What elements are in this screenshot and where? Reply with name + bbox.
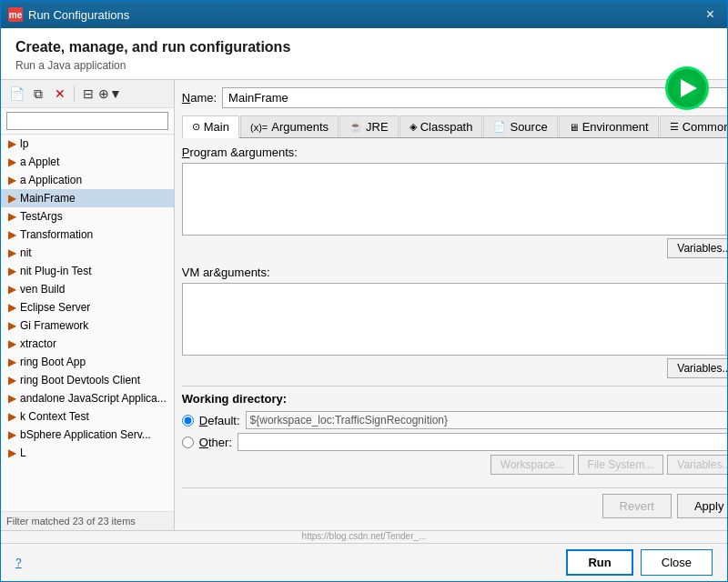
default-radio-label: Default: (199, 414, 240, 427)
list-item[interactable]: ▶lp (1, 135, 174, 153)
scroll-up-arrow: ▲ (726, 166, 727, 176)
config-type-icon: ▶ (8, 447, 16, 459)
tab-main[interactable]: ⊙Main (182, 115, 239, 138)
radio-group: Default: Other: (182, 411, 727, 451)
collapse-button[interactable]: ⊟ (78, 84, 98, 104)
list-item[interactable]: ▶andalone JavaScript Applica... (1, 389, 174, 407)
apply-button[interactable]: Apply (677, 494, 727, 518)
config-type-icon: ▶ (8, 156, 16, 168)
toolbar: 📄 ⧉ ✕ ⊟ ⊕▼ (1, 80, 174, 108)
list-item[interactable]: ▶Gi Framework (1, 316, 174, 335)
config-type-icon: ▶ (8, 228, 16, 241)
config-type-icon: ▶ (8, 192, 16, 205)
config-type-icon: ▶ (8, 137, 16, 150)
default-dir-input[interactable] (246, 411, 727, 429)
new-config-button[interactable]: 📄 (6, 84, 26, 104)
bottom-actions: Revert Apply (182, 487, 727, 518)
header-subtitle: Run a Java application (15, 59, 713, 72)
filter-button[interactable]: ⊕▼ (100, 84, 120, 104)
list-item[interactable]: ▶k Context Test (1, 407, 174, 426)
tab-source[interactable]: 📄Source (483, 115, 557, 137)
default-radio[interactable] (182, 415, 194, 426)
list-item[interactable]: ▶MainFrame (1, 189, 174, 207)
vm-args-textarea[interactable]: ▲ ▼ (182, 283, 727, 356)
list-item[interactable]: ▶ring Boot App (1, 353, 174, 371)
tab-common[interactable]: ☰Common (660, 115, 727, 137)
config-type-icon: ▶ (8, 392, 16, 405)
search-input[interactable] (6, 112, 168, 130)
right-panel: Name: ⊙Main(x)=Arguments☕JRE◈Classpath📄S… (175, 80, 727, 530)
run-button[interactable] (665, 66, 709, 110)
revert-button[interactable]: Revert (602, 494, 672, 518)
program-args-label: Program &arguments: (182, 146, 727, 159)
filesystem-button[interactable]: File System... (578, 455, 664, 475)
config-type-icon: ▶ (8, 410, 16, 423)
vm-args-label: VM ar&guments: (182, 266, 727, 279)
main-content: 📄 ⧉ ✕ ⊟ ⊕▼ ▶lp▶a Applet▶a Application▶Ma… (1, 80, 727, 530)
tab-arguments[interactable]: (x)=Arguments (240, 115, 339, 137)
dir-variables-button[interactable]: Variables... (667, 455, 727, 475)
footer: https://blog.csdn.net/Tender_... ? Run C… (1, 530, 727, 581)
app-icon: me (8, 7, 23, 22)
tab-label: Classpath (420, 120, 473, 134)
run-action-button[interactable]: Run (566, 549, 632, 576)
working-dir-section: Working directory: Default: Other: (182, 386, 727, 475)
list-item[interactable]: ▶nit Plug-in Test (1, 262, 174, 280)
list-item[interactable]: ▶ring Boot Devtools Client (1, 371, 174, 389)
help-button[interactable]: ? (15, 557, 22, 569)
tab-label: JRE (366, 120, 389, 134)
tab-classpath[interactable]: ◈Classpath (399, 115, 483, 137)
run-icon (681, 79, 697, 97)
tab-label: Main (204, 120, 229, 134)
other-radio-label: Other: (199, 436, 232, 449)
list-item[interactable]: ▶TestArgs (1, 207, 174, 226)
tab-icon: ⊙ (192, 121, 200, 133)
window-title: Run Configurations (28, 8, 129, 22)
tab-icon: 📄 (493, 121, 506, 133)
config-type-icon: ▶ (8, 374, 16, 386)
list-item[interactable]: ▶ven Build (1, 280, 174, 298)
vm-args-section: VM ar&guments: ▲ ▼ Variables... (182, 266, 727, 378)
config-list[interactable]: ▶lp▶a Applet▶a Application▶MainFrame▶Tes… (1, 135, 174, 511)
list-item[interactable]: ▶a Applet (1, 153, 174, 171)
list-item[interactable]: ▶bSphere Application Serv... (1, 426, 174, 444)
config-type-icon: ▶ (8, 428, 16, 441)
tab-icon: ☰ (670, 121, 679, 133)
tab-icon: ☕ (349, 121, 362, 133)
list-item[interactable]: ▶nit (1, 244, 174, 262)
title-bar: me Run Configurations × (1, 1, 727, 28)
vm-args-variables-button[interactable]: Variables... (667, 358, 727, 378)
list-item[interactable]: ▶xtractor (1, 335, 174, 353)
list-item[interactable]: ▶Eclipse Server (1, 298, 174, 316)
config-type-icon: ▶ (8, 356, 16, 368)
other-radio[interactable] (182, 436, 194, 448)
tab-icon: (x)= (250, 122, 268, 133)
program-args-variables-button[interactable]: Variables... (667, 238, 727, 258)
close-action-button[interactable]: Close (641, 549, 713, 576)
tab-label: Source (510, 120, 547, 134)
header: Create, manage, and run configurations R… (1, 28, 727, 80)
program-args-textarea[interactable]: ▲ ▼ (182, 163, 727, 236)
vm-args-scrollbar: ▲ ▼ (725, 284, 727, 355)
list-item[interactable]: ▶Transformation (1, 226, 174, 244)
name-input[interactable] (222, 87, 727, 108)
tab-environment[interactable]: 🖥Environment (559, 115, 659, 137)
list-item[interactable]: ▶a Application (1, 171, 174, 189)
default-radio-row: Default: (182, 411, 727, 429)
duplicate-config-button[interactable]: ⧉ (28, 84, 48, 104)
tab-label: Arguments (271, 120, 329, 134)
filter-bar: Filter matched 23 of 23 items (1, 511, 174, 530)
delete-config-button[interactable]: ✕ (50, 84, 70, 104)
close-window-button[interactable]: × (701, 5, 720, 25)
working-dir-title: Working directory: (182, 392, 727, 406)
tab-jre[interactable]: ☕JRE (339, 115, 399, 137)
config-type-icon: ▶ (8, 174, 16, 186)
footer-bar: ? Run Close (1, 543, 727, 581)
separator (74, 85, 75, 102)
other-dir-input[interactable] (238, 433, 727, 451)
config-type-icon: ▶ (8, 337, 16, 350)
tab-label: Environment (582, 120, 649, 134)
other-radio-row: Other: (182, 433, 727, 451)
workspace-button[interactable]: Workspace... (490, 455, 574, 475)
list-item[interactable]: ▶L (1, 444, 174, 462)
